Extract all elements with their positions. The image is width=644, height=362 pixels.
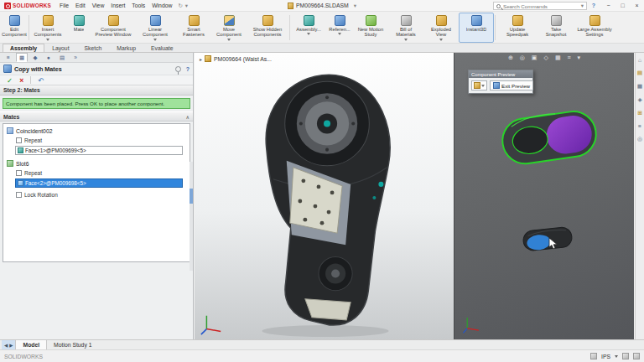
tab-layout[interactable]: Layout bbox=[44, 44, 76, 52]
ribbon-button-component-preview-window[interactable]: Component Preview Window bbox=[92, 13, 134, 43]
pm-help-icon[interactable]: ? bbox=[186, 66, 190, 72]
preview-component-highlighted[interactable] bbox=[494, 98, 606, 177]
zoom-fit-icon[interactable]: ⊕ bbox=[508, 54, 513, 61]
repeat-checkbox-2[interactable] bbox=[16, 170, 22, 176]
view-palette-icon[interactable]: ◈ bbox=[637, 96, 641, 103]
mate2-face-field-selected[interactable]: Face<2>@PM009698<5> bbox=[15, 178, 183, 188]
menu-tools[interactable]: Tools bbox=[128, 3, 148, 8]
waist-assembly-model[interactable] bbox=[218, 61, 429, 339]
component-preview-pane[interactable]: ⊕ ◎ ▣ ◇ ▦ ≡ ▾ Component Preview Exit Pre… bbox=[454, 53, 634, 339]
section-view-icon[interactable]: ◎ bbox=[520, 54, 525, 61]
tab-motion-study[interactable]: Motion Study 1 bbox=[47, 340, 98, 349]
appearances-icon[interactable]: ⊞ bbox=[637, 110, 642, 116]
graphics-viewport[interactable]: ▸ PM009664 (Waist As... bbox=[195, 53, 454, 339]
ribbon-button-take-snapshot[interactable]: Take Snapshot bbox=[538, 13, 574, 43]
search-input[interactable] bbox=[503, 3, 576, 9]
status-options-icon[interactable] bbox=[633, 353, 640, 359]
repeat-checkbox-1[interactable] bbox=[16, 137, 22, 143]
menu-window[interactable]: Window bbox=[148, 3, 175, 8]
ribbon-button-assembly-features[interactable]: Assembly... bbox=[291, 13, 326, 43]
menu-edit[interactable]: Edit bbox=[72, 3, 89, 8]
ribbon-button-exploded-view[interactable]: Exploded View bbox=[423, 13, 459, 43]
ribbon-button-bill-of-materials[interactable]: Bill of Materials bbox=[388, 13, 423, 43]
display-style-icon[interactable]: ◇ bbox=[543, 54, 548, 61]
units-selector[interactable]: IPS bbox=[601, 354, 610, 359]
menu-insert[interactable]: Insert bbox=[107, 3, 128, 8]
repeat-checkbox-row-1[interactable]: Repeat bbox=[5, 136, 188, 145]
featuremanager-tree-tab-icon[interactable]: ≡ bbox=[3, 53, 14, 62]
tab-nav-right-icon[interactable]: ▶ bbox=[9, 343, 13, 348]
menu-view[interactable]: View bbox=[89, 3, 108, 8]
flyout-tree-label[interactable]: ▸ PM009664 (Waist As... bbox=[200, 55, 272, 62]
panel-scrollbar[interactable] bbox=[190, 162, 193, 271]
mate-item-coincident[interactable]: Coincident002 bbox=[5, 126, 188, 136]
tab-assembly[interactable]: Assembly bbox=[3, 44, 44, 52]
move-component-icon bbox=[224, 15, 235, 26]
preview-split-button[interactable] bbox=[471, 80, 487, 90]
cancel-button[interactable]: × bbox=[19, 76, 23, 85]
propertymanager-tab-icon[interactable]: ▦ bbox=[16, 53, 28, 62]
display-manager-tab-icon[interactable]: ▤ bbox=[56, 53, 68, 62]
ok-button[interactable]: ✓ bbox=[7, 76, 13, 85]
tab-evaluate[interactable]: Evaluate bbox=[143, 44, 180, 52]
view-orientation-icon[interactable]: ▣ bbox=[532, 54, 538, 61]
search-caret-icon[interactable]: ▾ bbox=[581, 3, 584, 9]
repeat-checkbox-row-2[interactable]: Repeat bbox=[5, 168, 188, 178]
status-tag-icon[interactable] bbox=[622, 353, 629, 359]
ribbon-button-linear-component-pattern[interactable]: Linear Component Pattern bbox=[134, 13, 176, 43]
help-icon[interactable]: ? bbox=[589, 3, 599, 8]
ribbon-button-large-assembly-settings[interactable]: Large Assembly Settings bbox=[574, 13, 615, 43]
maximize-button[interactable]: □ bbox=[615, 0, 630, 12]
ribbon-button-mate[interactable]: Mate bbox=[65, 13, 92, 43]
quick-access-caret-icon[interactable]: ▾ bbox=[185, 3, 188, 9]
mate2-face-value: Face<2>@PM009698<5> bbox=[25, 180, 86, 186]
view-settings-caret-icon[interactable]: ▾ bbox=[578, 54, 581, 61]
ribbon-button-edit-component[interactable]: Edit Component bbox=[1, 13, 28, 43]
mate1-face-field[interactable]: Face<1>@PM009699<5> bbox=[15, 146, 183, 155]
linear-component-pattern-icon bbox=[150, 15, 161, 26]
close-button[interactable]: × bbox=[630, 0, 644, 12]
home-icon[interactable]: ⌂ bbox=[638, 57, 641, 63]
file-explorer-icon[interactable]: ▦ bbox=[637, 83, 642, 90]
flyout-arrow-icon[interactable]: ▸ bbox=[200, 56, 202, 62]
tab-overflow-icon[interactable]: » bbox=[70, 53, 81, 62]
ribbon-button-update-speedpak-subassemblies[interactable]: Update Speedpak Subassemblies bbox=[496, 13, 538, 43]
tab-sketch[interactable]: Sketch bbox=[77, 44, 110, 52]
property-manager-title: Copy with Mates bbox=[14, 65, 173, 73]
document-title: PM009664.SLDASM bbox=[296, 3, 349, 8]
exit-preview-button[interactable]: Exit Preview bbox=[490, 80, 533, 90]
lock-rotation-checkbox[interactable] bbox=[16, 192, 22, 198]
collapse-chevron-icon[interactable]: ∧ bbox=[186, 114, 190, 120]
quick-access-refresh-icon[interactable]: ↻ bbox=[178, 3, 182, 9]
dimxpert-tab-icon[interactable]: ● bbox=[43, 53, 55, 62]
undo-button[interactable]: ↶ bbox=[38, 76, 44, 85]
ribbon-label: Exploded View bbox=[425, 27, 457, 38]
pin-icon[interactable] bbox=[175, 66, 181, 72]
configuration-manager-tab-icon[interactable]: ◆ bbox=[29, 53, 41, 62]
appearance-icon[interactable]: ≡ bbox=[568, 54, 571, 61]
ribbon-button-reference-geometry[interactable]: Referen... bbox=[326, 13, 353, 43]
custom-properties-icon[interactable]: ≡ bbox=[638, 123, 641, 129]
units-caret-icon[interactable] bbox=[615, 355, 618, 358]
tab-model[interactable]: Model bbox=[15, 340, 47, 349]
lock-rotation-row[interactable]: Lock Rotation bbox=[5, 190, 188, 199]
ribbon-button-insert-components[interactable]: Insert Components bbox=[30, 13, 65, 43]
tab-nav-left-icon[interactable]: ◀ bbox=[4, 343, 8, 348]
design-library-icon[interactable]: ▤ bbox=[637, 70, 642, 76]
ribbon-button-move-component[interactable]: Move Component bbox=[211, 13, 247, 43]
tab-markup[interactable]: Markup bbox=[109, 44, 143, 52]
scrollbar-thumb[interactable] bbox=[190, 189, 193, 204]
menu-file[interactable]: File bbox=[56, 3, 72, 8]
forum-icon[interactable]: ◎ bbox=[637, 136, 642, 142]
mates-group-header[interactable]: Mates ∧ bbox=[0, 111, 193, 122]
ribbon-button-smart-fasteners[interactable]: Smart Fasteners bbox=[176, 13, 211, 43]
search-box[interactable]: ▾ bbox=[493, 2, 587, 10]
document-caret-icon[interactable]: ▾ bbox=[354, 3, 356, 9]
mate-item-slot[interactable]: Slot6 bbox=[5, 158, 188, 168]
ribbon-button-show-hidden-components[interactable]: Show Hidden Components bbox=[247, 13, 288, 43]
ribbon-button-new-motion-study[interactable]: New Motion Study bbox=[353, 13, 388, 43]
minimize-button[interactable]: − bbox=[601, 0, 615, 12]
hide-show-items-icon[interactable]: ▦ bbox=[555, 54, 561, 61]
dropdown-caret-icon bbox=[153, 39, 157, 41]
ribbon-button-instant3d[interactable]: Instant3D bbox=[459, 13, 494, 43]
